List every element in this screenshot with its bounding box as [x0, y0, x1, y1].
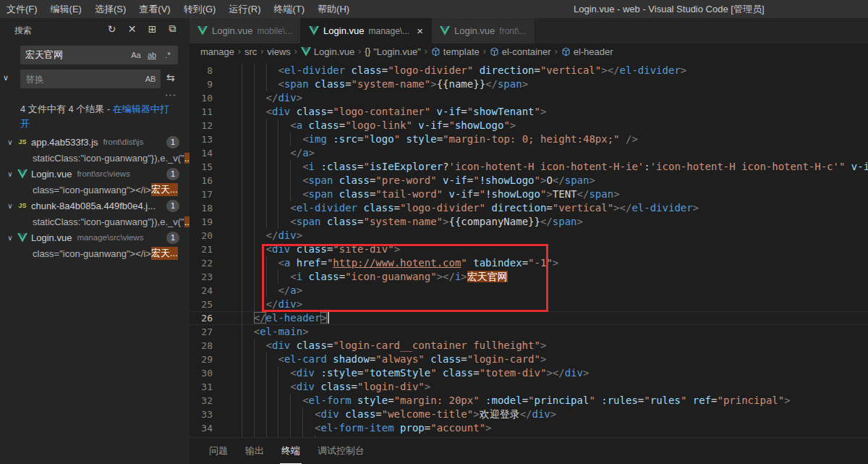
preserve-case-icon[interactable]: AB: [145, 75, 156, 83]
replace-all-icon[interactable]: ⇆: [166, 72, 175, 83]
menu-item-5[interactable]: 运行(R): [222, 0, 267, 18]
line-number[interactable]: 12: [190, 119, 223, 132]
line-number[interactable]: 33: [190, 408, 223, 421]
panel-tab-1[interactable]: 输出: [244, 438, 265, 464]
chevron-down-icon[interactable]: ∨: [4, 234, 16, 242]
line-number[interactable]: 34: [190, 421, 223, 435]
open-in-editor-icon[interactable]: ⧉: [166, 22, 179, 35]
breadcrumb-item-0[interactable]: manage: [200, 46, 234, 57]
code-line-30[interactable]: 30 <div :style="totemStyle" class="totem…: [190, 366, 868, 380]
menu-item-2[interactable]: 选择(S): [88, 0, 132, 18]
code-line-18[interactable]: 18 <el-divider class="logo-divider" dire…: [190, 201, 868, 215]
search-result-match-1[interactable]: class="icon-guanwang"></i>宏天...: [0, 182, 190, 198]
code-line-31[interactable]: 31 <div class="login-div">: [190, 380, 868, 394]
panel-tab-3[interactable]: 调试控制台: [316, 438, 366, 464]
search-result-match-2[interactable]: staticClass:"icon-guanwang"}),e._v("...: [0, 214, 190, 229]
code-line-15[interactable]: 15 <i :class="isIeExplorer?'icon-hotent-…: [190, 160, 868, 174]
line-number[interactable]: 19: [190, 215, 223, 229]
chevron-down-icon[interactable]: ∨: [4, 138, 16, 146]
code-line-9[interactable]: 9 <span class="system-name">{{name}}</sp…: [190, 77, 868, 91]
menu-item-6[interactable]: 终端(T): [267, 0, 311, 18]
menu-item-1[interactable]: 编辑(E): [44, 0, 88, 18]
line-number[interactable]: 29: [190, 353, 223, 366]
code-line-10[interactable]: 10 </div>: [190, 91, 868, 105]
replace-input[interactable]: [20, 74, 143, 85]
search-result-match-0[interactable]: staticClass:"icon-guanwang"}),e._v("...: [0, 150, 190, 166]
menu-item-0[interactable]: 文件(F): [0, 0, 44, 18]
search-result-file-0[interactable]: ∨JSapp.4ab533f3.jsfront\dist\js1: [0, 134, 190, 150]
code-line-16[interactable]: 16 <span class="pre-word" v-if="!showLog…: [190, 174, 868, 187]
menu-item-7[interactable]: 帮助(H): [311, 0, 356, 18]
code-line-33[interactable]: 33 <div class="welcome-title">欢迎登录</div>: [190, 408, 868, 421]
code-line-32[interactable]: 32 <el-form style="margin: 20px" :model=…: [190, 394, 868, 408]
line-number[interactable]: 23: [190, 270, 223, 284]
refresh-icon[interactable]: ↻: [105, 22, 119, 35]
breadcrumb-item-5[interactable]: template: [431, 46, 480, 57]
code-line-11[interactable]: 11 <div class="logo-container" v-if="sho…: [190, 105, 868, 119]
line-number[interactable]: 14: [190, 146, 223, 160]
match-case-icon[interactable]: Aa: [130, 51, 142, 59]
code-line-25[interactable]: 25 </div>: [190, 298, 868, 311]
line-number[interactable]: 31: [190, 380, 223, 394]
code-line-13[interactable]: 13 <img :src="logo" style="margin-top: 0…: [190, 132, 868, 146]
breadcrumb-item-3[interactable]: Login.vue: [301, 46, 354, 57]
breadcrumb-item-1[interactable]: src: [244, 46, 257, 57]
code-line-27[interactable]: 27 <el-main>: [190, 325, 868, 339]
chevron-down-icon[interactable]: ∨: [4, 202, 16, 210]
search-result-file-1[interactable]: ∨Login.vuefront\src\views1: [0, 166, 190, 182]
search-result-file-3[interactable]: ∨Login.vuemanage\src\views1: [0, 229, 190, 245]
code-line-34[interactable]: 34 <el-form-item prop="account">: [190, 421, 868, 435]
breadcrumb-item-7[interactable]: el-header: [561, 46, 613, 57]
line-number[interactable]: 9: [190, 77, 223, 91]
toggle-replace-chevron-icon[interactable]: ∨: [3, 73, 9, 83]
chevron-down-icon[interactable]: ∨: [4, 170, 16, 178]
whole-word-icon[interactable]: ab: [146, 51, 158, 59]
code-line-28[interactable]: 28 <div class="login-card__container ful…: [190, 339, 868, 353]
line-number[interactable]: 25: [190, 298, 223, 311]
line-number[interactable]: 18: [190, 201, 223, 215]
code-line-12[interactable]: 12 <a class="logo-link" v-if="showLogo">: [190, 119, 868, 132]
code-line-21[interactable]: 21 <div class="site-div">: [190, 242, 868, 256]
tab-login-vue-1[interactable]: Login.vuemanage\...×: [301, 18, 432, 43]
line-number[interactable]: 21: [190, 242, 223, 256]
line-number[interactable]: 10: [190, 91, 223, 105]
line-number[interactable]: 16: [190, 174, 223, 187]
breadcrumb-item-2[interactable]: views: [267, 46, 291, 57]
code-line-19[interactable]: 19 <span class="system-name">{{companyNa…: [190, 215, 868, 229]
code-line-23[interactable]: 23 <i class="icon-guanwang"></i>宏天官网: [190, 270, 868, 284]
panel-tab-2[interactable]: 终端: [280, 438, 302, 464]
breadcrumb-item-6[interactable]: el-container: [490, 46, 551, 57]
close-icon[interactable]: ×: [417, 25, 423, 36]
code-line-26[interactable]: 26 </el-header>: [190, 311, 868, 325]
menu-item-3[interactable]: 查看(V): [132, 0, 176, 18]
code-line-22[interactable]: 22 <a href="http://www.hotent.com" tabin…: [190, 256, 868, 270]
panel-tab-0[interactable]: 问题: [208, 438, 229, 464]
more-actions-icon[interactable]: ···: [165, 89, 176, 100]
line-number[interactable]: 11: [190, 105, 223, 119]
code-line-24[interactable]: 24 </a>: [190, 284, 868, 298]
search-result-file-2[interactable]: ∨JSchunk-8a4b085a.449fb0e4.j...1: [0, 198, 190, 214]
line-number[interactable]: 20: [190, 229, 223, 242]
line-number[interactable]: 26: [190, 311, 223, 325]
line-number[interactable]: 32: [190, 394, 223, 408]
line-number[interactable]: 27: [190, 325, 223, 339]
search-result-match-3[interactable]: class="icon-guanwang"></i>宏天...: [0, 245, 190, 261]
open-new-search-editor-icon[interactable]: ⊞: [145, 22, 159, 35]
line-number[interactable]: 30: [190, 366, 223, 380]
line-number[interactable]: 24: [190, 284, 223, 298]
code-editor[interactable]: 8 <el-divider class="logo-divider" direc…: [190, 59, 868, 437]
breadcrumb-item-4[interactable]: {}"Login.vue": [365, 46, 421, 57]
code-line-14[interactable]: 14 </a>: [190, 146, 868, 160]
tab-login-vue-0[interactable]: Login.vuemobile\...: [190, 18, 301, 43]
line-number[interactable]: 17: [190, 187, 223, 201]
search-input[interactable]: [20, 50, 129, 61]
line-number[interactable]: 22: [190, 256, 223, 270]
line-number[interactable]: 28: [190, 339, 223, 353]
code-line-17[interactable]: 17 <span class="tail-word" v-if="!showLo…: [190, 187, 868, 201]
clear-search-results-icon[interactable]: ✕: [125, 22, 139, 35]
code-line-29[interactable]: 29 <el-card shadow="always" class="login…: [190, 353, 868, 366]
line-number[interactable]: 15: [190, 160, 223, 174]
code-line-20[interactable]: 20 </div>: [190, 229, 868, 242]
line-number[interactable]: 8: [190, 64, 223, 77]
tab-login-vue-2[interactable]: Login.vuefront\...: [432, 18, 535, 43]
